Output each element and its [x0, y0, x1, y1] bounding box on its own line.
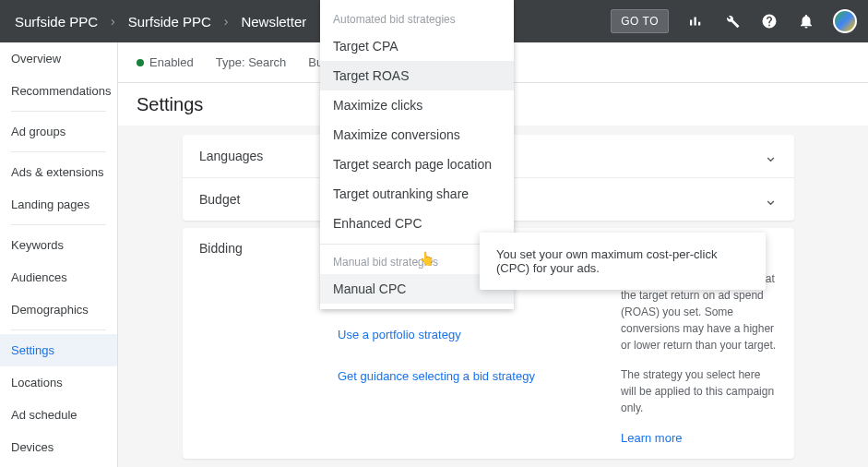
dropdown-item-search-page-location[interactable]: Target search page location: [320, 150, 514, 179]
panel-languages-label: Languages: [199, 149, 263, 163]
chevron-down-icon: ⌄: [764, 189, 778, 210]
sidebar-item-settings[interactable]: Settings: [0, 334, 117, 366]
sidebar-item-landing-pages[interactable]: Landing pages: [0, 188, 117, 221]
help-icon[interactable]: [759, 11, 779, 31]
breadcrumb-level1[interactable]: Surfside PPC: [15, 14, 98, 30]
breadcrumb-level2[interactable]: Surfside PPC: [128, 14, 211, 30]
status-type: Type: Search: [216, 55, 287, 69]
dropdown-item-target-cpa[interactable]: Target CPA: [320, 31, 514, 61]
bidding-help-text: conversion value as possible at the targ…: [621, 270, 778, 448]
dropdown-item-target-roas[interactable]: Target ROAS: [320, 61, 514, 90]
dropdown-item-maximize-conversions[interactable]: Maximize conversions: [320, 120, 514, 150]
sidebar-item-audiences[interactable]: Audiences: [0, 261, 117, 293]
breadcrumb: Surfside PPC › Surfside PPC › Newsletter: [15, 14, 306, 30]
learn-more-link[interactable]: Learn more: [621, 429, 778, 448]
sidebar-item-recommendations[interactable]: Recommendations: [0, 75, 117, 107]
breadcrumb-level3[interactable]: Newsletter: [241, 14, 306, 30]
sidebar-item-locations[interactable]: Locations: [0, 366, 117, 399]
chevron-down-icon: ⌄: [764, 146, 778, 166]
sidebar-item-ads-extensions[interactable]: Ads & extensions: [0, 156, 117, 188]
dropdown-item-maximize-clicks[interactable]: Maximize clicks: [320, 90, 514, 120]
goto-button[interactable]: GO TO: [611, 9, 669, 33]
chevron-right-icon: ›: [111, 14, 115, 29]
sidebar-item-devices[interactable]: Devices: [0, 431, 117, 463]
sidebar-item-advanced-bid[interactable]: Advanced bid adj.: [0, 463, 117, 467]
notifications-icon[interactable]: [796, 11, 816, 31]
panel-budget-label: Budget: [199, 192, 240, 207]
sidebar-item-demographics[interactable]: Demographics: [0, 293, 117, 326]
dropdown-header-auto: Automated bid strategies: [320, 7, 514, 31]
sidebar-item-ad-groups[interactable]: Ad groups: [0, 115, 117, 148]
left-sidebar: Overview Recommendations Ad groups Ads &…: [0, 42, 118, 467]
dropdown-item-outranking-share[interactable]: Target outranking share: [320, 179, 514, 209]
sidebar-item-overview[interactable]: Overview: [0, 42, 117, 75]
avatar[interactable]: [833, 9, 857, 33]
tools-icon[interactable]: [722, 11, 743, 31]
chevron-right-icon: ›: [224, 14, 229, 29]
reports-icon[interactable]: [685, 11, 706, 31]
sidebar-item-ad-schedule[interactable]: Ad schedule: [0, 399, 117, 431]
sidebar-item-keywords[interactable]: Keywords: [0, 229, 117, 261]
manual-cpc-tooltip: You set your own maximum cost-per-click …: [480, 233, 766, 290]
status-enabled: Enabled: [137, 55, 194, 69]
